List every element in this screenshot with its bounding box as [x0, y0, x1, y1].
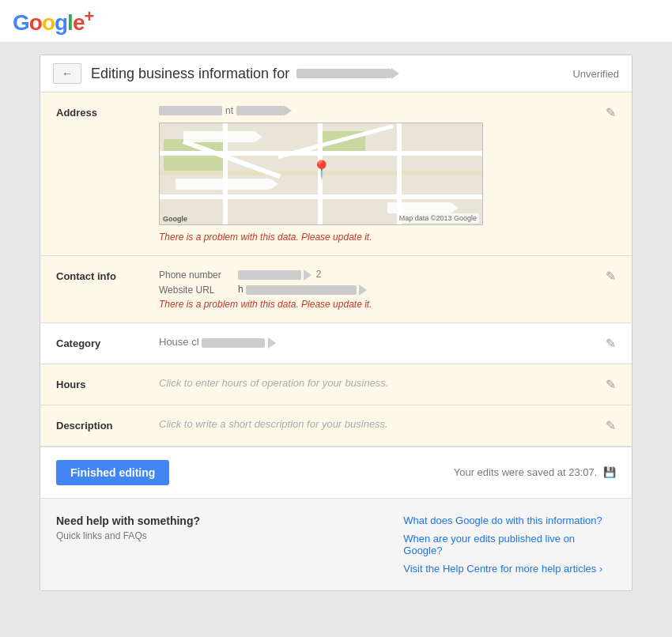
hours-label: Hours	[56, 377, 159, 392]
page-header: ← Editing business information for Unver…	[40, 55, 632, 92]
category-value: House cl	[159, 336, 276, 348]
category-content: House cl	[159, 336, 598, 351]
hours-content: Click to enter hours of operation for yo…	[159, 377, 598, 392]
address-label: Address	[56, 105, 159, 243]
help-links: What does Google do with this informatio…	[403, 514, 616, 575]
map-redact-3	[387, 202, 459, 213]
category-edit-icon[interactable]: ✎	[598, 336, 616, 351]
page-title: Editing business information for	[91, 66, 572, 82]
footer-actions: Finished editing Your edits were saved a…	[40, 447, 632, 498]
address-edit-icon[interactable]: ✎	[598, 105, 616, 243]
saved-text: Your edits were saved at 23:07. 💾	[454, 466, 616, 478]
help-link-2[interactable]: When are your edits published live on Go…	[403, 533, 616, 556]
hours-placeholder: Click to enter hours of operation for yo…	[159, 377, 388, 389]
phone-label: Phone number	[159, 270, 238, 281]
description-section: Description Click to write a short descr…	[40, 405, 632, 447]
help-subtitle: Quick links and FAQs	[56, 530, 229, 541]
hours-edit-icon[interactable]: ✎	[598, 377, 616, 392]
description-placeholder: Click to write a short description for y…	[159, 418, 388, 430]
contact-error: There is a problem with this data. Pleas…	[159, 299, 598, 310]
phone-line: Phone number 2	[159, 269, 598, 281]
address-section: Address nt	[40, 92, 632, 256]
address-content: nt	[159, 105, 598, 243]
website-line: Website URL h	[159, 284, 598, 296]
saved-text-label: Your edits were saved at 23:07.	[454, 466, 598, 478]
contact-edit-icon[interactable]: ✎	[598, 269, 616, 310]
hours-section: Hours Click to enter hours of operation …	[40, 364, 632, 405]
help-link-1[interactable]: What does Google do with this informatio…	[403, 514, 616, 526]
website-value: h	[238, 284, 367, 296]
unverified-badge: Unverified	[572, 68, 619, 80]
description-label: Description	[56, 418, 159, 433]
map-pin: 📍	[311, 160, 332, 180]
finished-editing-button[interactable]: Finished editing	[56, 460, 169, 485]
address-value: nt	[159, 105, 598, 116]
phone-value: 2	[238, 269, 321, 281]
help-title: Need help with something?	[56, 514, 229, 527]
topbar: Google+	[0, 0, 672, 42]
map-copyright: Map data ©2013 Google	[397, 213, 479, 223]
category-label: Category	[56, 336, 159, 351]
address-error: There is a problem with this data. Pleas…	[159, 232, 598, 243]
category-section: Category House cl ✎	[40, 323, 632, 364]
description-content: Click to write a short description for y…	[159, 418, 598, 433]
map-redact-1	[183, 131, 262, 142]
back-button[interactable]: ←	[53, 63, 81, 84]
contact-label: Contact info	[56, 269, 159, 310]
contact-content: Phone number 2 Website URL h There	[159, 269, 598, 310]
map-redact-2	[176, 179, 278, 190]
help-section: Need help with something? Quick links an…	[40, 498, 632, 590]
help-link-3[interactable]: Visit the Help Centre for more help arti…	[403, 563, 616, 575]
help-content: Need help with something? Quick links an…	[56, 514, 616, 575]
main-container: ← Editing business information for Unver…	[40, 55, 632, 591]
contact-section: Contact info Phone number 2 Website URL …	[40, 256, 632, 323]
description-edit-icon[interactable]: ✎	[598, 418, 616, 433]
save-icon: 💾	[603, 466, 616, 478]
website-label: Website URL	[159, 285, 238, 296]
google-plus-logo: Google+	[13, 6, 93, 36]
content-area: Address nt	[40, 92, 632, 447]
help-left: Need help with something? Quick links an…	[56, 514, 229, 575]
map-container: 📍 Map	[159, 122, 483, 225]
map-google-logo: Google	[163, 215, 187, 223]
